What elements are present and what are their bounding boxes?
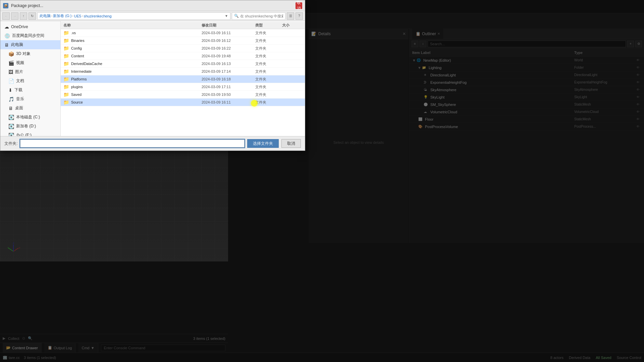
breadcrumb-computer[interactable]: 此电脑 [40, 13, 51, 18]
file-name-4: 📁 DerivedDataCache [63, 61, 202, 66]
sidebar-icon-1: 💿 [4, 33, 10, 39]
folder-icon-2: 📁 [63, 46, 69, 51]
sidebar-item-6[interactable]: 📄文档 [0, 76, 60, 85]
col-header-size[interactable]: 大小 [282, 23, 302, 28]
search-glass-icon: 🔍 [234, 14, 239, 18]
dialog-body: ☁OneDrive💿百度网盘同步空间🖥此电脑📦3D 对象🎬视频🖼图片📄文档⬇下载… [0, 21, 305, 136]
col-header-type[interactable]: 类型 [255, 23, 282, 28]
file-row-7[interactable]: 📁 plugins 2024-03-09 17:11 文件夹 [61, 83, 305, 91]
confirm-folder-btn[interactable]: 选择文件夹 [247, 139, 279, 148]
col-header-date[interactable]: 修改日期 [202, 23, 255, 28]
file-row-1[interactable]: 📁 Binaries 2024-03-09 16:12 文件夹 [61, 37, 305, 45]
folder-icon-1: 📁 [63, 38, 69, 43]
file-row-4[interactable]: 📁 DerivedDataCache 2024-03-09 16:13 文件夹 [61, 60, 305, 68]
sidebar-icon-7: ⬇ [8, 87, 12, 93]
sidebar-item-11[interactable]: 💽新加卷 (D:) [0, 122, 60, 131]
sidebar-item-1[interactable]: 💿百度网盘同步空间 [0, 31, 60, 40]
file-row-3[interactable]: 📁 Content 2024-03-09 19:48 文件夹 [61, 52, 305, 60]
file-name-3: 📁 Content [63, 53, 202, 59]
file-name-9: 📁 Source [63, 100, 202, 105]
footer-filename-input[interactable] [20, 139, 245, 147]
sidebar-item-4[interactable]: 🎬视频 [0, 58, 60, 67]
sidebar-item-2[interactable]: 🖥此电脑 [0, 40, 60, 49]
sidebar-label-6: 文档 [16, 78, 24, 84]
nav-help-btn[interactable]: ? [296, 12, 303, 20]
sidebar-icon-2: 🖥 [4, 42, 9, 48]
sidebar-icon-11: 💽 [8, 124, 14, 129]
file-date-4: 2024-03-09 16:13 [202, 62, 255, 66]
sidebar-icon-6: 📄 [8, 78, 14, 84]
folder-icon-0: 📁 [63, 30, 69, 36]
file-date-1: 2024-03-09 16:12 [202, 39, 255, 43]
file-row-9[interactable]: 📁 Source 2024-03-09 16:11 文件夹 [61, 99, 305, 106]
file-row-5[interactable]: 📁 Intermediate 2024-03-09 17:14 文件夹 [61, 68, 305, 75]
col-header-name[interactable]: 名称 [63, 23, 202, 28]
sidebar-item-8[interactable]: 🎵音乐 [0, 95, 60, 104]
folder-icon-7: 📁 [63, 84, 69, 89]
folder-icon-8: 📁 [63, 92, 69, 97]
file-name-6: 📁 Platforms [63, 76, 202, 82]
sidebar-label-12: 办公 (F:) [16, 132, 32, 136]
file-name-8: 📁 Saved [63, 92, 202, 97]
breadcrumb-g[interactable]: 新加卷 (G:) [53, 13, 71, 18]
file-type-0: 文件夹 [255, 31, 282, 36]
file-name-0: 📁 .vs [63, 30, 202, 36]
sidebar-item-3[interactable]: 📦3D 对象 [0, 49, 60, 58]
sidebar-label-5: 图片 [15, 69, 23, 75]
breadcrumb-project[interactable]: shuzirenkecheng [84, 14, 111, 18]
file-row-2[interactable]: 📁 Config 2024-03-09 16:22 文件夹 [61, 45, 305, 52]
breadcrumb-dropdown-btn[interactable]: ▼ [225, 14, 228, 18]
file-row-0[interactable]: 📁 .vs 2024-03-09 16:11 文件夹 [61, 29, 305, 37]
file-date-5: 2024-03-09 17:14 [202, 69, 255, 73]
sidebar-label-1: 百度网盘同步空间 [12, 33, 44, 39]
sidebar-item-5[interactable]: 🖼图片 [0, 67, 60, 76]
cancel-btn[interactable]: 取消 [281, 139, 301, 148]
file-type-6: 文件夹 [255, 77, 282, 82]
file-name-1: 📁 Binaries [63, 38, 202, 43]
sidebar-label-0: OneDrive [11, 24, 28, 29]
sidebar-label-4: 视频 [16, 60, 24, 66]
dialog-nav: ← → ↑ ↻ 此电脑 › 新加卷 (G:) › UE5 › shuzirenk… [0, 11, 305, 21]
nav-refresh-btn[interactable]: ↻ [29, 12, 36, 20]
breadcrumb-ue5[interactable]: UE5 [74, 14, 81, 18]
file-type-9: 文件夹 [255, 100, 282, 105]
file-type-7: 文件夹 [255, 84, 282, 89]
sidebar-icon-4: 🎬 [8, 60, 14, 66]
nav-search-input[interactable] [240, 14, 283, 18]
file-date-0: 2024-03-09 16:11 [202, 31, 255, 35]
dialog-overlay: 📦 Package project... 取消 ← → ↑ ↻ 此电脑 › 新加… [0, 0, 644, 362]
dialog-close-btn[interactable]: 取消 [296, 2, 302, 9]
file-row-8[interactable]: 📁 Saved 2024-03-09 19:50 文件夹 [61, 91, 305, 99]
file-type-8: 文件夹 [255, 92, 282, 97]
nav-forward-btn[interactable]: → [11, 12, 18, 20]
folder-icon-6: 📁 [63, 76, 69, 82]
nav-up-btn[interactable]: ↑ [20, 12, 27, 20]
sidebar-icon-9: 🖥 [8, 106, 13, 111]
dialog-sidebar: ☁OneDrive💿百度网盘同步空间🖥此电脑📦3D 对象🎬视频🖼图片📄文档⬇下载… [0, 21, 61, 136]
nav-back-btn[interactable]: ← [2, 12, 10, 20]
search-bar: 🔍 [232, 12, 285, 20]
breadcrumb-bar: 此电脑 › 新加卷 (G:) › UE5 › shuzirenkecheng ▼ [37, 12, 230, 20]
file-name-5: 📁 Intermediate [63, 69, 202, 74]
sidebar-item-7[interactable]: ⬇下载 [0, 85, 60, 95]
folder-icon-3: 📁 [63, 53, 69, 59]
folder-icon-9: 📁 [63, 100, 69, 105]
sidebar-item-0[interactable]: ☁OneDrive [0, 22, 60, 31]
sidebar-icon-5: 🖼 [8, 69, 13, 75]
file-type-2: 文件夹 [255, 46, 282, 51]
sidebar-label-10: 本地磁盘 (C:) [16, 114, 40, 120]
sidebar-label-9: 桌面 [15, 105, 23, 111]
sidebar-label-8: 音乐 [16, 96, 24, 102]
file-date-3: 2024-03-09 19:48 [202, 54, 255, 58]
file-list-panel[interactable]: 名称 修改日期 类型 大小 📁 .vs 2024-03-09 16:11 文件夹… [61, 21, 305, 136]
folder-icon-5: 📁 [63, 69, 69, 74]
file-list-header: 名称 修改日期 类型 大小 [61, 22, 305, 29]
nav-view-btn[interactable]: ☰ [287, 12, 294, 20]
dialog-title: Package project... [11, 3, 293, 8]
sidebar-item-10[interactable]: 💽本地磁盘 (C:) [0, 113, 60, 122]
file-row-6[interactable]: 📁 Platforms 2024-03-09 16:18 文件夹 [61, 75, 305, 83]
sidebar-item-9[interactable]: 🖥桌面 [0, 104, 60, 113]
sidebar-icon-8: 🎵 [8, 97, 14, 102]
dialog-icon: 📦 [3, 3, 8, 8]
sidebar-item-12[interactable]: 💽办公 (F:) [0, 131, 60, 136]
